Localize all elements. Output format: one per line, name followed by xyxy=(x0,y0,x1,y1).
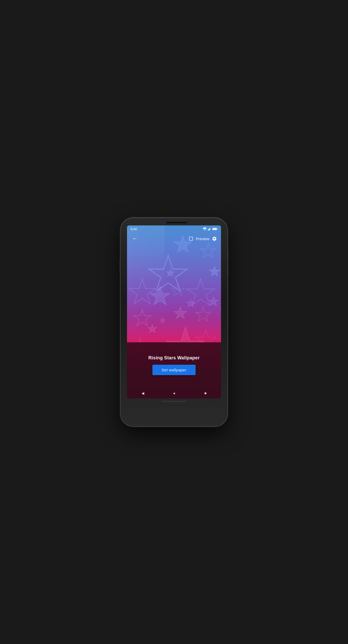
svg-marker-10 xyxy=(174,307,187,319)
battery-icon xyxy=(212,227,217,231)
status-time: 8:00 xyxy=(131,227,137,231)
svg-marker-5 xyxy=(150,286,170,305)
signal-icon xyxy=(208,227,211,231)
svg-marker-18 xyxy=(159,317,166,324)
svg-rect-28 xyxy=(189,237,193,240)
phone-bottom-bar xyxy=(161,401,187,402)
volume-down-button[interactable] xyxy=(227,265,228,276)
settings-icon[interactable] xyxy=(212,236,217,241)
navigation-bar: ◀ ● ■ xyxy=(127,388,221,398)
nav-recents-button[interactable]: ■ xyxy=(204,391,207,395)
phone-device: 8:00 xyxy=(121,218,227,426)
power-button[interactable] xyxy=(120,258,121,274)
wifi-icon xyxy=(203,227,207,231)
speaker-grille xyxy=(167,222,187,223)
svg-rect-23 xyxy=(209,228,210,230)
svg-rect-22 xyxy=(209,229,209,230)
app-bar-right: Preview xyxy=(189,236,217,241)
status-bar: 8:00 xyxy=(127,225,221,233)
front-camera xyxy=(161,221,164,224)
preview-label[interactable]: Preview xyxy=(196,237,209,241)
svg-rect-21 xyxy=(208,229,208,231)
svg-marker-3 xyxy=(209,266,220,276)
set-wallpaper-button[interactable]: Set wallpaper xyxy=(152,365,195,375)
back-button[interactable]: ← xyxy=(131,234,139,243)
svg-rect-26 xyxy=(217,228,217,229)
status-icons xyxy=(203,227,217,231)
svg-rect-24 xyxy=(210,228,211,231)
svg-marker-4 xyxy=(129,279,155,304)
preview-icon xyxy=(189,236,193,241)
phone-screen: 8:00 xyxy=(127,225,221,398)
svg-marker-11 xyxy=(196,307,211,321)
bottom-panel: Rising Stars Wallpaper Set wallpaper xyxy=(127,342,221,388)
volume-up-button[interactable] xyxy=(227,251,228,262)
phone-bottom-area xyxy=(121,398,227,406)
nav-back-button[interactable]: ◀ xyxy=(141,391,144,395)
svg-marker-2 xyxy=(201,243,216,258)
svg-marker-8 xyxy=(208,297,218,306)
svg-marker-12 xyxy=(148,325,157,332)
svg-rect-27 xyxy=(213,228,216,229)
nav-home-button[interactable]: ● xyxy=(173,391,175,395)
svg-marker-16 xyxy=(166,269,175,277)
phone-top-bar xyxy=(121,218,227,224)
app-bar: ← Preview xyxy=(127,233,221,245)
svg-marker-9 xyxy=(133,309,151,326)
wallpaper-title: Rising Stars Wallpaper xyxy=(148,355,200,361)
